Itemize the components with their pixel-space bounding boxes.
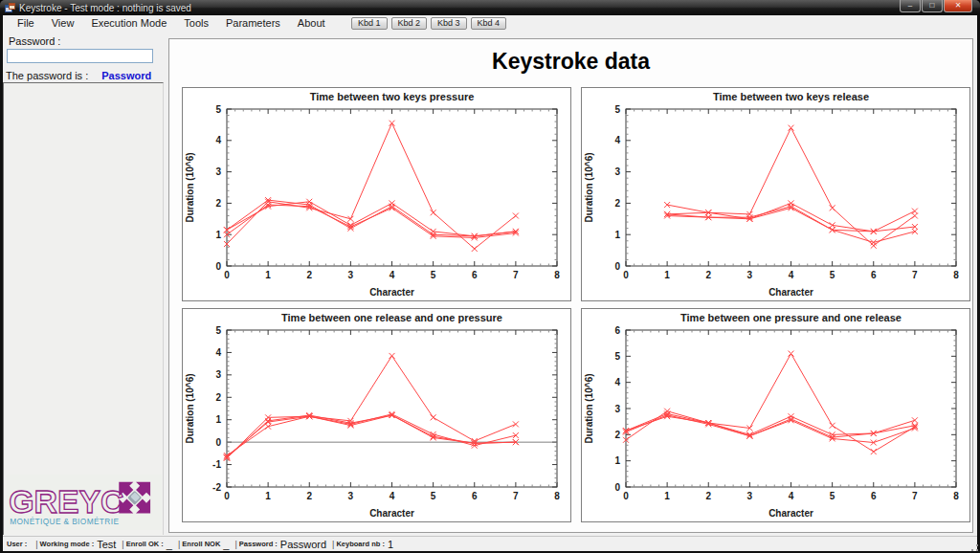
chart-title: Time between two keys pressure — [310, 91, 475, 102]
svg-text:5: 5 — [614, 104, 620, 115]
series-line-capture-1 — [227, 123, 516, 249]
series-markers-capture-3 — [224, 202, 519, 240]
svg-text:3: 3 — [348, 270, 354, 280]
status-value: _ — [223, 539, 229, 550]
maximize-button[interactable]: □ — [922, 0, 943, 12]
app-icon — [5, 3, 15, 13]
x-axis-label: Character — [768, 508, 813, 519]
logo-text: GREYC — [9, 483, 123, 520]
resize-grip-icon[interactable] — [968, 541, 979, 552]
svg-text:2: 2 — [705, 491, 711, 501]
minimize-button[interactable]: – — [900, 0, 921, 12]
status-value: 1 — [388, 539, 393, 550]
svg-text:7: 7 — [912, 270, 918, 280]
menu-item-parameters[interactable]: Parameters — [217, 15, 289, 31]
menu-bar: FileViewExecution ModeToolsParametersAbo… — [3, 15, 977, 31]
status-separator: | — [122, 540, 123, 549]
svg-text:8: 8 — [554, 491, 560, 501]
password-hint: The password is :Password — [6, 70, 151, 81]
status-separator: | — [35, 540, 37, 549]
status-value: Password — [280, 539, 326, 550]
window-title: Keystroke - Test mode : nothing is saved — [19, 3, 191, 13]
svg-text:3: 3 — [215, 166, 221, 177]
series-markers-capture-4 — [224, 197, 519, 239]
svg-text:0: 0 — [215, 437, 221, 448]
svg-text:0: 0 — [224, 270, 230, 280]
menu-item-execution-mode[interactable]: Execution Mode — [82, 15, 175, 31]
logo-tagline: MONÉTIQUE & BIOMÉTRIE — [10, 517, 119, 526]
password-hint-value: Password — [101, 70, 151, 81]
svg-text:-1: -1 — [212, 459, 221, 470]
svg-text:1: 1 — [614, 230, 620, 240]
chart-time-between-two-keys-release: Time between two keys release01234567801… — [581, 87, 970, 301]
chart-time-between-one-pressure-and-one-release: Time between one pressure and one releas… — [581, 308, 970, 522]
svg-text:4: 4 — [789, 270, 794, 280]
series-markers-capture-4 — [623, 413, 918, 445]
menu-item-about[interactable]: About — [289, 15, 334, 31]
status-label: Enroll NOK — [182, 540, 220, 548]
window-controls: – □ ✕ — [899, 0, 972, 12]
kbd-button-group: Kbd 1Kbd 2Kbd 3Kbd 4 — [351, 17, 506, 30]
y-axis-label: Duration (10^6) — [185, 373, 195, 443]
svg-text:2: 2 — [215, 392, 221, 403]
y-axis-label: Duration (10^6) — [584, 152, 594, 222]
plot-frame — [227, 109, 557, 266]
series-markers-capture-1 — [224, 121, 519, 252]
svg-text:0: 0 — [623, 491, 629, 501]
menu-item-view[interactable]: View — [43, 15, 83, 31]
status-value: Test — [97, 539, 116, 550]
svg-text:5: 5 — [830, 491, 835, 501]
series-markers-capture-1 — [664, 125, 918, 249]
status-label: Password : — [239, 540, 278, 548]
svg-text:4: 4 — [789, 491, 794, 501]
menu-item-file[interactable]: File — [9, 15, 43, 31]
svg-text:6: 6 — [472, 491, 478, 501]
svg-text:4: 4 — [614, 135, 620, 145]
svg-text:8: 8 — [953, 491, 959, 501]
kbd-button-4[interactable]: Kbd 4 — [471, 17, 507, 30]
status-separator: | — [178, 540, 180, 549]
password-input[interactable] — [7, 49, 153, 63]
svg-text:2: 2 — [614, 198, 620, 209]
plot-frame — [626, 109, 956, 266]
svg-text:3: 3 — [348, 491, 354, 501]
svg-text:1: 1 — [664, 270, 670, 280]
status-label: User : — [7, 540, 27, 548]
svg-text:5: 5 — [830, 270, 835, 280]
chart-title: Time between two keys release — [713, 91, 869, 102]
svg-text:1: 1 — [265, 270, 271, 280]
svg-text:2: 2 — [306, 270, 312, 280]
svg-text:0: 0 — [224, 491, 230, 501]
kbd-button-2[interactable]: Kbd 2 — [391, 17, 428, 30]
svg-text:4: 4 — [215, 347, 221, 358]
menu-item-tools[interactable]: Tools — [175, 15, 217, 31]
chart-time-between-two-keys-pressure: Time between two keys pressure0123456780… — [182, 87, 571, 301]
status-label: Keyboard nb : — [336, 540, 384, 548]
status-label: Working mode : — [40, 540, 95, 548]
svg-text:1: 1 — [664, 491, 670, 501]
svg-text:2: 2 — [306, 491, 312, 501]
kbd-button-1[interactable]: Kbd 1 — [351, 17, 388, 30]
series-line-capture-4 — [227, 415, 516, 456]
page-title: Keystroke data — [169, 49, 972, 75]
svg-text:1: 1 — [265, 491, 271, 501]
chart-title: Time between one release and one pressur… — [281, 312, 502, 323]
password-hint-label: The password is : — [6, 70, 88, 81]
svg-text:5: 5 — [215, 104, 221, 115]
close-button[interactable]: ✕ — [944, 0, 972, 12]
svg-text:6: 6 — [871, 270, 877, 280]
chart-time-between-one-release-and-one-pressure: Time between one release and one pressur… — [182, 308, 571, 522]
svg-text:8: 8 — [554, 270, 560, 280]
svg-text:2: 2 — [614, 430, 620, 440]
svg-text:5: 5 — [431, 491, 436, 501]
title-bar[interactable]: Keystroke - Test mode : nothing is saved… — [0, 0, 980, 15]
svg-text:1: 1 — [614, 455, 620, 466]
status-label: Enroll OK : — [126, 540, 164, 548]
series-line-capture-4 — [626, 416, 915, 442]
status-bar: User :|Working mode :Test|Enroll OK :_|E… — [3, 536, 977, 551]
svg-text:8: 8 — [953, 270, 959, 280]
svg-text:0: 0 — [614, 261, 620, 272]
kbd-button-3[interactable]: Kbd 3 — [431, 17, 467, 30]
svg-text:7: 7 — [513, 491, 519, 501]
x-axis-label: Character — [768, 287, 813, 298]
